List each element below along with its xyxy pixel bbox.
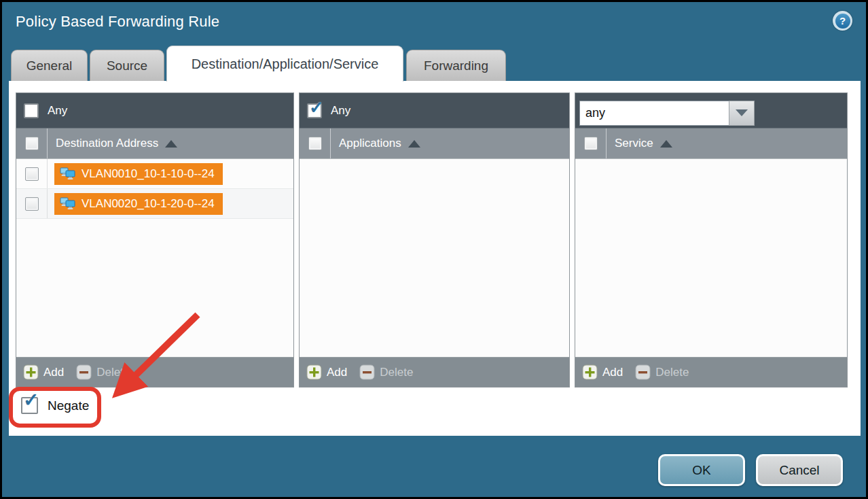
row-checkbox[interactable]	[25, 167, 39, 181]
delete-minus-icon	[359, 364, 375, 380]
service-panel: Service Add De	[575, 92, 848, 388]
destination-any-bar: Any	[16, 93, 293, 128]
applications-header-label: Applications	[339, 137, 401, 150]
address-object-chip[interactable]: VLAN0010_10-1-10-0--24	[54, 163, 223, 185]
service-toolbar: Add Delete	[575, 357, 847, 387]
delete-minus-icon	[635, 364, 651, 380]
service-column-header[interactable]: Service	[575, 128, 847, 159]
destination-address-panel: Any Destination Address	[16, 92, 294, 388]
tab-content-panel: Any Destination Address	[9, 81, 861, 436]
page-title: Policy Based Forwarding Rule	[16, 13, 219, 31]
destination-any-label: Any	[48, 104, 67, 118]
add-plus-icon	[582, 364, 598, 380]
applications-selectall-checkbox[interactable]	[308, 137, 322, 150]
sort-ascending-icon	[408, 140, 420, 148]
add-button[interactable]: Add	[23, 364, 64, 380]
dropdown-button[interactable]	[729, 101, 755, 126]
address-object-name: VLAN0010_10-1-10-0--24	[82, 167, 215, 181]
destination-address-list: VLAN0010_10-1-10-0--24	[16, 159, 293, 357]
tab-destination-application-service[interactable]: Destination/Application/Service	[166, 46, 403, 82]
chevron-down-icon	[736, 109, 748, 116]
applications-any-label: Any	[331, 104, 350, 118]
service-list	[575, 159, 847, 357]
delete-button: Delete	[76, 364, 130, 380]
add-plus-icon	[23, 364, 39, 380]
service-header-label: Service	[615, 137, 653, 150]
tab-source[interactable]: Source	[90, 50, 164, 82]
add-button[interactable]: Add	[306, 364, 347, 380]
applications-any-bar: ✓ Any	[300, 93, 569, 128]
annotation-highlight-box	[9, 387, 101, 428]
destination-toolbar: Add Delete	[16, 357, 293, 387]
applications-toolbar: Add Delete	[300, 357, 569, 387]
tab-general[interactable]: General	[11, 50, 88, 82]
cancel-button[interactable]: Cancel	[756, 454, 843, 486]
destination-address-column-header[interactable]: Destination Address	[16, 128, 293, 159]
delete-button: Delete	[359, 364, 413, 380]
help-icon-glyph: ?	[835, 14, 850, 29]
add-button[interactable]: Add	[582, 364, 623, 380]
tab-forwarding[interactable]: Forwarding	[406, 50, 506, 82]
help-icon[interactable]: ?	[833, 11, 852, 31]
row-checkbox[interactable]	[25, 197, 39, 211]
applications-list	[300, 159, 569, 357]
destination-selectall-checkbox[interactable]	[25, 137, 39, 150]
destination-any-checkbox[interactable]	[24, 103, 39, 118]
sort-ascending-icon	[165, 140, 177, 148]
sort-ascending-icon	[660, 140, 672, 148]
dialog-window: Policy Based Forwarding Rule ? General S…	[0, 0, 868, 499]
add-plus-icon	[306, 364, 322, 380]
applications-column-header[interactable]: Applications	[300, 128, 569, 159]
service-mode-dropdown[interactable]	[579, 101, 755, 126]
applications-panel: ✓ Any Applications Add	[299, 92, 570, 388]
service-selectall-checkbox[interactable]	[584, 137, 598, 150]
delete-button: Delete	[635, 364, 689, 380]
service-mode-bar	[575, 93, 847, 128]
network-address-icon	[60, 167, 76, 180]
destination-header-label: Destination Address	[56, 137, 158, 150]
network-address-icon	[60, 197, 76, 210]
address-object-name: VLAN0020_10-1-20-0--24	[82, 197, 215, 211]
address-object-chip[interactable]: VLAN0020_10-1-20-0--24	[54, 193, 223, 215]
service-mode-input[interactable]	[579, 101, 729, 126]
delete-minus-icon	[76, 364, 92, 380]
ok-button[interactable]: OK	[658, 454, 745, 486]
applications-any-checkbox[interactable]: ✓	[307, 103, 322, 118]
table-row[interactable]: VLAN0020_10-1-20-0--24	[16, 189, 293, 219]
table-row[interactable]: VLAN0010_10-1-10-0--24	[16, 159, 293, 189]
